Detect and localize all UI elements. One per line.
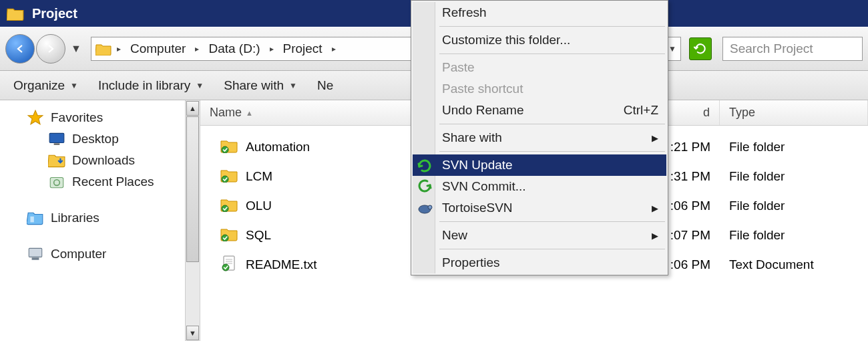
navigation-pane: Favorites Desktop Downloads Recent Place… <box>0 100 200 341</box>
scroll-thumb[interactable] <box>186 116 199 262</box>
history-dropdown[interactable]: ▼ <box>69 34 83 64</box>
svg-rect-5 <box>29 248 42 257</box>
svn-commit-icon <box>417 179 433 195</box>
file-name: Automation <box>246 140 310 154</box>
menu-item-undo-rename[interactable]: Undo Rename Ctrl+Z <box>413 100 666 121</box>
menu-item-svn-commit[interactable]: SVN Commit... <box>413 176 666 197</box>
sidebar-item-libraries[interactable]: Libraries <box>0 207 200 229</box>
svg-rect-6 <box>32 257 39 259</box>
folder-svn-icon <box>220 168 238 186</box>
file-type: Text Document <box>720 257 868 272</box>
libraries-icon <box>27 211 44 225</box>
svg-point-15 <box>222 264 229 271</box>
file-svn-icon <box>220 255 238 275</box>
breadcrumb-segment[interactable]: Computer <box>126 40 190 58</box>
scroll-up-arrow[interactable]: ▲ <box>186 101 199 116</box>
menu-item-customize-folder[interactable]: Customize this folder... <box>413 29 666 51</box>
svg-rect-1 <box>54 144 60 145</box>
search-placeholder: Search Project <box>730 41 813 56</box>
svn-update-icon <box>417 157 433 173</box>
menu-item-refresh[interactable]: Refresh <box>413 2 666 23</box>
svg-point-7 <box>222 146 228 153</box>
svg-point-17 <box>428 205 432 209</box>
back-button[interactable] <box>5 34 35 64</box>
file-type: File folder <box>720 199 868 213</box>
scroll-down-arrow[interactable]: ▼ <box>186 326 199 340</box>
folder-icon <box>7 6 24 21</box>
svg-rect-4 <box>30 217 33 223</box>
forward-button[interactable] <box>36 34 65 64</box>
sort-asc-icon: ▲ <box>246 109 253 117</box>
menu-item-new[interactable]: New ▶ <box>413 225 666 246</box>
column-header-type[interactable]: Type <box>720 100 868 125</box>
folder-svn-icon <box>220 138 238 156</box>
chevron-right-icon[interactable]: ▸ <box>332 44 336 53</box>
sidebar-item-favorites[interactable]: Favorites <box>0 107 200 128</box>
menu-item-paste: Paste <box>413 57 666 78</box>
svg-point-10 <box>222 235 228 241</box>
menu-item-tortoisesvn[interactable]: TortoiseSVN ▶ <box>413 197 666 219</box>
sidebar-item-desktop[interactable]: Desktop <box>0 128 200 150</box>
folder-svn-icon <box>220 197 238 215</box>
new-folder-button[interactable]: Ne <box>313 76 340 95</box>
downloads-icon <box>48 153 65 168</box>
menu-item-svn-update[interactable]: SVN Update <box>413 154 666 176</box>
context-menu: Refresh Customize this folder... Paste P… <box>411 0 668 275</box>
computer-icon <box>27 247 44 261</box>
include-in-library-button[interactable]: Include in library▼ <box>94 76 208 95</box>
refresh-button[interactable] <box>689 37 712 60</box>
breadcrumb-segment[interactable]: Project <box>279 40 327 58</box>
desktop-icon <box>48 132 65 146</box>
file-type: File folder <box>720 228 868 243</box>
file-name: LCM <box>246 169 272 184</box>
menu-item-share-with[interactable]: Share with ▶ <box>413 127 666 148</box>
recent-icon <box>48 175 65 189</box>
menu-item-paste-shortcut: Paste shortcut <box>413 78 666 100</box>
chevron-down-icon[interactable]: ▼ <box>668 44 676 53</box>
sidebar-scrollbar[interactable]: ▲ ▼ <box>185 100 200 341</box>
chevron-right-icon[interactable]: ▸ <box>270 44 274 53</box>
share-with-button[interactable]: Share with▼ <box>220 76 301 95</box>
organize-button[interactable]: Organize▼ <box>9 76 82 95</box>
file-type: File folder <box>720 169 868 184</box>
star-icon <box>27 110 44 125</box>
tortoise-icon <box>417 200 433 216</box>
shortcut-label: Ctrl+Z <box>624 103 658 118</box>
chevron-right-icon[interactable]: ▸ <box>195 44 199 53</box>
sidebar-item-downloads[interactable]: Downloads <box>0 150 200 171</box>
svg-rect-2 <box>50 178 63 188</box>
submenu-arrow-icon: ▶ <box>652 231 658 241</box>
file-name: OLU <box>246 199 272 213</box>
folder-svn-icon <box>220 227 238 245</box>
file-name: SQL <box>246 228 271 243</box>
folder-icon <box>95 42 112 55</box>
svg-rect-0 <box>49 133 64 142</box>
file-type: File folder <box>720 140 868 154</box>
sidebar-item-recent-places[interactable]: Recent Places <box>0 171 200 193</box>
menu-item-properties[interactable]: Properties <box>413 252 666 273</box>
svg-point-9 <box>222 205 228 212</box>
svg-point-8 <box>222 176 228 183</box>
chevron-right-icon[interactable]: ▸ <box>117 44 121 53</box>
sidebar-item-computer[interactable]: Computer <box>0 243 200 265</box>
search-input[interactable]: Search Project <box>722 37 863 61</box>
file-name: README.txt <box>246 257 317 272</box>
window-title: Project <box>32 6 77 21</box>
breadcrumb-segment[interactable]: Data (D:) <box>204 40 264 58</box>
submenu-arrow-icon: ▶ <box>652 133 658 143</box>
submenu-arrow-icon: ▶ <box>652 203 658 213</box>
